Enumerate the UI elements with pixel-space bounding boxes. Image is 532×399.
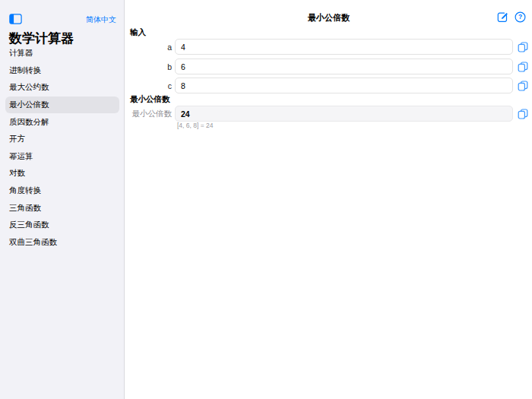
app-screen: 1:10 PM Thu Nov 18 100% bbox=[0, 0, 532, 399]
sidebar-item-power[interactable]: 幂运算 bbox=[0, 148, 125, 166]
input-field-c[interactable] bbox=[175, 78, 513, 93]
input-label-c: c bbox=[125, 81, 175, 90]
sidebar-item-logarithm[interactable]: 对数 bbox=[0, 165, 125, 182]
input-row-a: a bbox=[125, 39, 532, 55]
result-formula: [4, 6, 8] = 24 bbox=[177, 122, 214, 129]
sidebar-item-inverse-trig[interactable]: 反三角函数 bbox=[0, 217, 125, 234]
sidebar-menu: 计算器 进制转换 最大公约数 最小公倍数 质因数分解 开方 幂运算 对数 角度转… bbox=[0, 45, 125, 251]
svg-text:?: ? bbox=[518, 13, 522, 21]
sidebar-item-lcm[interactable]: 最小公倍数 bbox=[5, 97, 119, 114]
copy-icon[interactable] bbox=[518, 81, 528, 91]
input-label-a: a bbox=[125, 43, 175, 52]
sidebar-item-trig[interactable]: 三角函数 bbox=[0, 199, 125, 217]
sidebar-item-angle-conversion[interactable]: 角度转换 bbox=[0, 182, 125, 200]
language-link[interactable]: 简体中文 bbox=[86, 14, 116, 25]
sidebar-item-hyperbolic-trig[interactable]: 双曲三角函数 bbox=[0, 234, 125, 252]
input-field-b[interactable] bbox=[175, 59, 513, 74]
result-section-header: 最小公倍数 bbox=[130, 94, 170, 105]
input-row-c: c bbox=[125, 78, 532, 93]
compose-icon[interactable] bbox=[497, 11, 508, 23]
result-label: 最小公倍数 bbox=[125, 109, 175, 119]
copy-icon[interactable] bbox=[518, 62, 528, 72]
input-row-b: b bbox=[125, 59, 532, 74]
copy-icon[interactable] bbox=[518, 109, 528, 119]
input-section-header: 输入 bbox=[130, 27, 146, 38]
copy-icon[interactable] bbox=[518, 42, 528, 52]
sidebar-toggle-icon[interactable] bbox=[9, 14, 23, 24]
result-field[interactable]: 24 bbox=[175, 106, 513, 122]
sidebar-item-prime-factorization[interactable]: 质因数分解 bbox=[0, 113, 125, 131]
help-icon[interactable]: ? bbox=[515, 11, 526, 23]
sidebar: 简体中文 数学计算器 计算器 进制转换 最大公约数 最小公倍数 质因数分解 开方… bbox=[0, 0, 125, 399]
sidebar-item-base-conversion[interactable]: 进制转换 bbox=[0, 62, 125, 80]
sidebar-item-root[interactable]: 开方 bbox=[0, 131, 125, 148]
sidebar-item-calculator[interactable]: 计算器 bbox=[0, 45, 125, 62]
input-field-a[interactable] bbox=[175, 39, 513, 55]
input-label-b: b bbox=[125, 62, 175, 71]
main-panel: 最小公倍数 ? 输入 a b bbox=[125, 0, 532, 399]
result-row: 最小公倍数 24 bbox=[125, 106, 532, 122]
sidebar-item-gcd[interactable]: 最大公约数 bbox=[0, 79, 125, 97]
page-title: 最小公倍数 bbox=[125, 12, 532, 24]
